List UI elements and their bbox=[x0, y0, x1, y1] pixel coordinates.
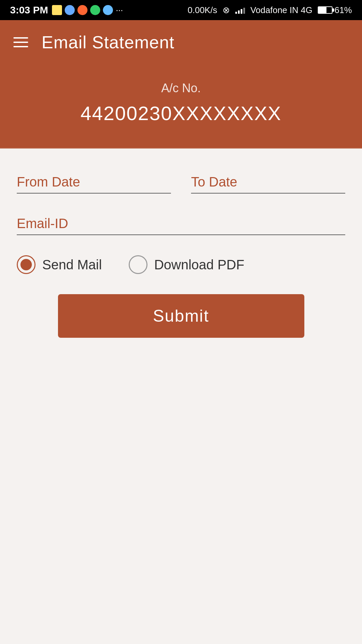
status-bar: 3:03 PM ··· 0.00K/s ⊗ Vodafone IN 4G 61% bbox=[0, 0, 362, 20]
from-date-input[interactable] bbox=[17, 172, 171, 194]
radio-inner-selected bbox=[20, 259, 32, 270]
battery-indicator: 61% bbox=[318, 5, 352, 15]
account-number: 44200230XXXXXXXX bbox=[13, 102, 349, 124]
to-date-field bbox=[191, 172, 345, 194]
hamburger-line-2 bbox=[13, 42, 28, 43]
email-input[interactable] bbox=[17, 214, 345, 235]
send-mail-label: Send Mail bbox=[42, 257, 102, 272]
wifi-icon: ⊗ bbox=[223, 5, 230, 15]
submit-button[interactable]: Submit bbox=[58, 294, 304, 338]
main-content: Send Mail Download PDF Submit bbox=[0, 149, 362, 361]
download-pdf-option[interactable]: Download PDF bbox=[129, 255, 244, 274]
download-pdf-label: Download PDF bbox=[154, 257, 244, 272]
account-label: A/c No. bbox=[13, 81, 349, 95]
status-time: 3:03 PM bbox=[10, 4, 48, 16]
status-right: 0.00K/s ⊗ Vodafone IN 4G 61% bbox=[188, 5, 352, 15]
status-icons: ··· bbox=[52, 5, 123, 15]
hamburger-line-1 bbox=[13, 37, 28, 39]
hamburger-line-3 bbox=[13, 46, 28, 47]
account-banner: A/c No. 44200230XXXXXXXX bbox=[0, 64, 362, 149]
signal-icon bbox=[235, 6, 245, 14]
send-mail-radio[interactable] bbox=[17, 255, 36, 274]
app-header: Email Statement bbox=[0, 20, 362, 64]
download-pdf-radio[interactable] bbox=[129, 255, 147, 274]
menu-button[interactable] bbox=[13, 37, 28, 47]
carrier-name: Vodafone IN 4G bbox=[250, 5, 312, 15]
network-speed: 0.00K/s bbox=[188, 5, 217, 15]
email-field-container bbox=[17, 214, 345, 235]
to-date-input[interactable] bbox=[191, 172, 345, 194]
from-date-field bbox=[17, 172, 171, 194]
date-row bbox=[17, 172, 345, 194]
radio-group: Send Mail Download PDF bbox=[17, 255, 345, 274]
send-mail-option[interactable]: Send Mail bbox=[17, 255, 102, 274]
page-title: Email Statement bbox=[42, 32, 175, 52]
battery-percentage: 61% bbox=[335, 5, 352, 15]
